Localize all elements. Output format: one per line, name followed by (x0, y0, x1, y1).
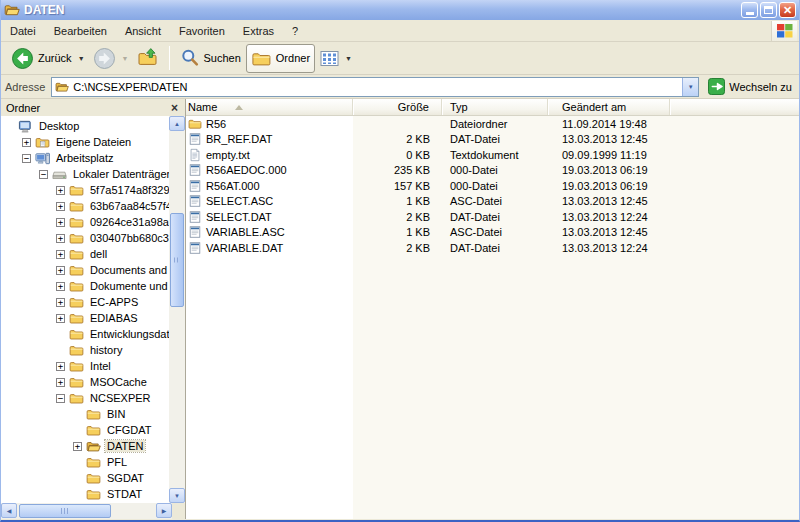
expand-icon[interactable]: + (56, 234, 65, 243)
file-row[interactable]: BR_REF.DAT2 KBDAT-Datei13.03.2013 12:45 (186, 132, 799, 148)
column-header-label: Größe (398, 101, 429, 113)
tree-item[interactable]: history (1, 342, 169, 358)
expand-icon[interactable]: + (22, 138, 31, 147)
menu-item-datei[interactable]: Datei (1, 22, 45, 40)
tree-item[interactable]: BIN (1, 406, 169, 422)
tree-item[interactable]: +dell (1, 246, 169, 262)
file-icon (188, 179, 202, 193)
file-row[interactable]: R56AEDOC.000235 KB000-Datei19.03.2013 06… (186, 163, 799, 179)
tree-item[interactable]: −Arbeitsplatz (1, 150, 169, 166)
tree-item[interactable]: +Documents and Settin (1, 262, 169, 278)
column-header-size[interactable]: Größe (353, 99, 442, 115)
go-button[interactable]: Wechseln zu (705, 78, 795, 95)
menu-item-bearbeiten[interactable]: Bearbeiten (45, 22, 116, 40)
collapse-icon[interactable]: − (56, 394, 65, 403)
tree-item[interactable]: +63b67aa84c57f4a46c (1, 198, 169, 214)
tree-item[interactable]: −NCSEXPER (1, 390, 169, 406)
menu-item-extras[interactable]: Extras (234, 22, 283, 40)
expand-icon[interactable]: + (56, 250, 65, 259)
file-date: 13.03.2013 12:45 (548, 132, 670, 148)
vertical-scroll-thumb[interactable] (170, 213, 184, 307)
expand-icon[interactable]: + (56, 186, 65, 195)
file-name-cell[interactable]: VARIABLE.DAT (186, 240, 353, 256)
tree-item[interactable]: SGDAT (1, 470, 169, 486)
address-label: Adresse (5, 81, 45, 93)
close-button[interactable]: ✕ (779, 2, 796, 18)
file-row[interactable]: R56Dateiordner11.09.2014 19:48 (186, 116, 799, 132)
forward-dropdown-caret[interactable]: ▼ (121, 55, 132, 62)
search-button[interactable]: Suchen (175, 44, 246, 72)
folders-button[interactable]: Ordner (246, 44, 315, 73)
tree-item[interactable]: +030407bb680c385a6 (1, 230, 169, 246)
menu-item-favoriten[interactable]: Favoriten (170, 22, 234, 40)
column-header-name[interactable]: Name (186, 99, 353, 115)
expand-icon[interactable]: + (56, 378, 65, 387)
collapse-icon[interactable]: − (39, 170, 48, 179)
maximize-button[interactable] (760, 2, 777, 18)
tree-item[interactable]: PFL (1, 454, 169, 470)
tree-item[interactable]: +09264ce31a98ad5f2f (1, 214, 169, 230)
views-button[interactable] (315, 45, 344, 72)
file-name-cell[interactable]: SELECT.DAT (186, 209, 353, 225)
tree-item[interactable]: +MSOCache (1, 374, 169, 390)
column-header-type[interactable]: Typ (442, 99, 548, 115)
file-name-cell[interactable]: VARIABLE.ASC (186, 225, 353, 241)
expand-icon[interactable]: + (56, 298, 65, 307)
scroll-left-icon[interactable]: ◀ (1, 503, 17, 518)
tree-item[interactable]: Entwicklungsdaten (1, 326, 169, 342)
scroll-right-icon[interactable]: ▶ (156, 503, 172, 518)
tree-item[interactable]: +EDIABAS (1, 310, 169, 326)
scroll-down-icon[interactable]: ▼ (169, 488, 185, 503)
folders-panel-close-icon[interactable]: × (169, 102, 180, 114)
back-button[interactable]: Zurück (6, 43, 77, 74)
folders-icon (251, 48, 272, 69)
column-header-label: Name (188, 101, 217, 113)
file-row[interactable]: VARIABLE.ASC1 KBASC-Datei13.03.2013 12:4… (186, 225, 799, 241)
file-row[interactable]: empty.txt0 KBTextdokument09.09.1999 11:1… (186, 147, 799, 163)
minimize-button[interactable] (741, 2, 758, 18)
tree-item[interactable]: +Dokumente und Einst (1, 278, 169, 294)
back-dropdown-caret[interactable]: ▼ (77, 55, 88, 62)
file-name-cell[interactable]: R56 (186, 116, 353, 132)
tree-item[interactable]: CFGDAT (1, 422, 169, 438)
collapse-icon[interactable]: − (22, 154, 31, 163)
expand-icon[interactable]: + (56, 266, 65, 275)
file-size: 2 KB (353, 209, 442, 225)
menu-item-help[interactable]: ? (283, 22, 307, 40)
tree-item[interactable]: Desktop (1, 118, 169, 134)
address-input[interactable]: C:\NCSEXPER\DATEN ▼ (51, 77, 699, 97)
expand-icon[interactable]: + (56, 314, 65, 323)
tree-horizontal-scrollbar[interactable]: ◀ ▶ (1, 503, 185, 519)
scroll-up-icon[interactable]: ▲ (169, 116, 185, 131)
expand-icon[interactable]: + (56, 282, 65, 291)
file-row[interactable]: R56AT.000157 KB000-Datei19.03.2013 06:19 (186, 178, 799, 194)
tree-item[interactable]: +Intel (1, 358, 169, 374)
tree-item[interactable]: +5f7a5174a8f329cf40f (1, 182, 169, 198)
horizontal-scroll-thumb[interactable] (19, 504, 111, 518)
file-name-cell[interactable]: R56AT.000 (186, 178, 353, 194)
column-header-date[interactable]: Geändert am (548, 99, 670, 115)
file-size: 157 KB (353, 178, 442, 194)
views-dropdown-caret[interactable]: ▼ (344, 55, 355, 62)
file-name-cell[interactable]: empty.txt (186, 147, 353, 163)
menu-item-ansicht[interactable]: Ansicht (116, 22, 170, 40)
address-dropdown-button[interactable]: ▼ (682, 78, 698, 96)
tree-item[interactable]: STDAT (1, 486, 169, 502)
tree-vertical-scrollbar[interactable]: ▲ ▼ (169, 116, 185, 503)
file-name-cell[interactable]: BR_REF.DAT (186, 132, 353, 148)
file-row[interactable]: VARIABLE.DAT2 KBDAT-Datei13.03.2013 12:2… (186, 240, 799, 256)
tree-item[interactable]: +Eigene Dateien (1, 134, 169, 150)
up-button[interactable] (132, 43, 164, 73)
file-row[interactable]: SELECT.ASC1 KBASC-Datei13.03.2013 12:45 (186, 194, 799, 210)
file-name-cell[interactable]: R56AEDOC.000 (186, 163, 353, 179)
expand-icon[interactable]: + (56, 202, 65, 211)
file-row[interactable]: SELECT.DAT2 KBDAT-Datei13.03.2013 12:24 (186, 209, 799, 225)
file-name-cell[interactable]: SELECT.ASC (186, 194, 353, 210)
tree-item[interactable]: +EC-APPS (1, 294, 169, 310)
expand-icon[interactable]: + (56, 218, 65, 227)
expand-icon[interactable]: + (73, 442, 82, 451)
expand-icon[interactable]: + (56, 362, 65, 371)
tree-item[interactable]: +DATEN (1, 438, 169, 454)
forward-button[interactable] (88, 43, 121, 74)
tree-item[interactable]: −Lokaler Datenträger (C:) (1, 166, 169, 182)
